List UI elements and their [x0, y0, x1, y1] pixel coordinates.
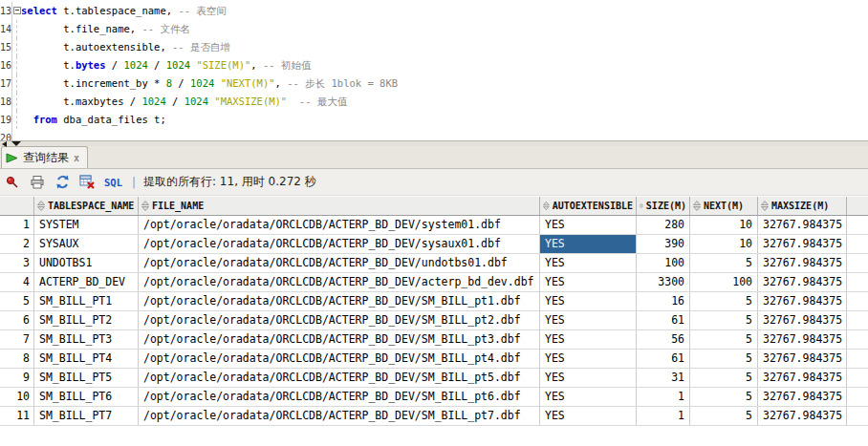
sort-icon[interactable]	[141, 201, 149, 211]
cell-rownum[interactable]: 8	[0, 350, 34, 368]
cell-max[interactable]: 32767.984375	[758, 216, 847, 234]
cell-file[interactable]: /opt/oracle/oradata/ORCLCDB/ACTERP_BD_DE…	[139, 235, 540, 253]
cell-max[interactable]: 32767.984375	[758, 350, 847, 368]
code-line[interactable]: 15 t.autoextensible, -- 是否自增	[0, 38, 868, 56]
cell-max[interactable]: 32767.984375	[758, 292, 847, 310]
fold-minus-icon[interactable]	[13, 7, 21, 14]
cell-tablespace[interactable]: SM_BILL_PT6	[34, 388, 139, 406]
clear-grid-button[interactable]	[77, 173, 97, 192]
code-line[interactable]: 13select t.tablespace_name, -- 表空间	[0, 2, 868, 20]
cell-size[interactable]: 61	[637, 350, 690, 368]
cell-file[interactable]: /opt/oracle/oradata/ORCLCDB/ACTERP_BD_DE…	[139, 292, 540, 310]
cell-size[interactable]: 390	[637, 235, 690, 253]
header-file[interactable]: FILE_NAME	[139, 197, 540, 215]
tab-close-icon[interactable]: x	[74, 153, 79, 163]
cell-next[interactable]: 5	[690, 292, 758, 310]
cell-max[interactable]: 32767.984375	[758, 235, 847, 253]
cell-tablespace[interactable]: SYSTEM	[34, 216, 139, 234]
cell-auto[interactable]: YES	[540, 254, 637, 272]
tab-query-result[interactable]: 查询结果 x	[1, 146, 88, 168]
cell-tablespace[interactable]: ACTERP_BD_DEV	[34, 273, 139, 291]
cell-auto[interactable]: YES	[540, 407, 637, 425]
cell-size[interactable]: 31	[637, 369, 690, 387]
cell-file[interactable]: /opt/oracle/oradata/ORCLCDB/ACTERP_BD_DE…	[139, 407, 540, 425]
cell-rownum[interactable]: 6	[0, 311, 34, 329]
cell-auto[interactable]: YES	[540, 350, 637, 368]
cell-max[interactable]: 32767.984375	[758, 388, 847, 406]
cell-next[interactable]: 100	[690, 273, 758, 291]
cell-file[interactable]: /opt/oracle/oradata/ORCLCDB/ACTERP_BD_DE…	[139, 273, 540, 291]
splitter-collapse-left-icon[interactable]	[2, 141, 7, 147]
cell-size[interactable]: 100	[637, 254, 690, 272]
cell-rownum[interactable]: 7	[0, 330, 34, 349]
sql-editor[interactable]: 13select t.tablespace_name, -- 表空间14 t.f…	[0, 0, 868, 140]
cell-tablespace[interactable]: UNDOTBS1	[34, 254, 139, 272]
cell-tablespace[interactable]: SM_BILL_PT2	[34, 311, 139, 329]
splitter-collapse-down-icon[interactable]	[11, 141, 21, 146]
header-tablespace[interactable]: TABLESPACE_NAME	[34, 197, 139, 215]
code-line[interactable]: 20	[0, 129, 868, 140]
cell-file[interactable]: /opt/oracle/oradata/ORCLCDB/ACTERP_BD_DE…	[139, 369, 540, 387]
panel-splitter[interactable]	[0, 140, 868, 146]
sort-icon[interactable]	[693, 201, 701, 211]
header-auto[interactable]: AUTOEXTENSIBLE	[540, 197, 637, 215]
cell-rownum[interactable]: 4	[0, 273, 34, 291]
code-line[interactable]: 18 t.maxbytes / 1024 / 1024 "MAXSIZE(M)"…	[0, 93, 868, 111]
code-line[interactable]: 19 from dba_data_files t;	[0, 111, 868, 129]
cell-rownum[interactable]: 10	[0, 388, 34, 406]
cell-file[interactable]: /opt/oracle/oradata/ORCLCDB/ACTERP_BD_DE…	[139, 254, 540, 272]
header-max[interactable]: MAXSIZE(M)	[758, 197, 847, 215]
cell-file[interactable]: /opt/oracle/oradata/ORCLCDB/ACTERP_BD_DE…	[139, 311, 540, 329]
header-next[interactable]: NEXT(M)	[690, 197, 758, 215]
print-button[interactable]	[28, 173, 47, 192]
cell-rownum[interactable]: 1	[0, 216, 34, 234]
cell-tablespace[interactable]: SM_BILL_PT5	[34, 369, 139, 387]
cell-next[interactable]: 5	[690, 369, 758, 387]
code-line[interactable]: 16 t.bytes / 1024 / 1024 "SIZE(M)", -- 初…	[0, 56, 868, 74]
sort-icon[interactable]	[37, 201, 45, 211]
cell-size[interactable]: 1	[637, 388, 690, 406]
cell-file[interactable]: /opt/oracle/oradata/ORCLCDB/ACTERP_BD_DE…	[139, 330, 540, 349]
code-line[interactable]: 17 t.increment_by * 8 / 1024 "NEXT(M)", …	[0, 74, 868, 93]
cell-next[interactable]: 5	[690, 388, 758, 406]
cell-next[interactable]: 5	[690, 311, 758, 329]
cell-next[interactable]: 10	[690, 216, 758, 234]
cell-rownum[interactable]: 9	[0, 369, 34, 387]
cell-file[interactable]: /opt/oracle/oradata/ORCLCDB/ACTERP_BD_DE…	[139, 216, 540, 234]
cell-max[interactable]: 32767.984375	[758, 311, 847, 329]
sql-mode-button[interactable]: SQL	[104, 177, 122, 188]
cell-auto[interactable]: YES	[540, 388, 637, 406]
sort-icon[interactable]	[761, 201, 769, 211]
cell-auto[interactable]: YES	[540, 216, 637, 234]
code-line[interactable]: 14 t.file_name, -- 文件名	[0, 20, 868, 38]
cell-tablespace[interactable]: SYSAUX	[34, 235, 139, 253]
cell-max[interactable]: 32767.984375	[758, 273, 847, 291]
cell-tablespace[interactable]: SM_BILL_PT3	[34, 330, 139, 349]
cell-tablespace[interactable]: SM_BILL_PT7	[34, 407, 139, 425]
cell-max[interactable]: 32767.984375	[758, 330, 847, 349]
cell-size[interactable]: 1	[637, 407, 690, 425]
refresh-button[interactable]	[53, 173, 72, 192]
cell-file[interactable]: /opt/oracle/oradata/ORCLCDB/ACTERP_BD_DE…	[139, 350, 540, 368]
cell-size[interactable]: 56	[637, 330, 690, 349]
cell-max[interactable]: 32767.984375	[758, 407, 847, 425]
cell-size[interactable]: 3300	[637, 273, 690, 291]
cell-next[interactable]: 5	[690, 350, 758, 368]
sort-icon[interactable]	[543, 201, 550, 211]
fold-toggle[interactable]	[12, 2, 21, 20]
cell-auto[interactable]: YES	[540, 330, 637, 349]
cell-next[interactable]: 10	[690, 235, 758, 253]
cell-tablespace[interactable]: SM_BILL_PT1	[34, 292, 139, 310]
cell-file[interactable]: /opt/oracle/oradata/ORCLCDB/ACTERP_BD_DE…	[139, 388, 540, 406]
cell-size[interactable]: 61	[637, 311, 690, 329]
cell-next[interactable]: 5	[690, 330, 758, 349]
cell-auto[interactable]: YES	[540, 311, 637, 329]
cell-rownum[interactable]: 5	[0, 292, 34, 310]
cell-max[interactable]: 32767.984375	[758, 254, 847, 272]
cell-rownum[interactable]: 2	[0, 235, 34, 253]
cell-size[interactable]: 16	[637, 292, 690, 310]
cell-max[interactable]: 32767.984375	[758, 369, 847, 387]
cell-next[interactable]: 5	[690, 254, 758, 272]
cell-next[interactable]: 5	[690, 407, 758, 425]
cell-auto[interactable]: YES	[540, 292, 637, 310]
